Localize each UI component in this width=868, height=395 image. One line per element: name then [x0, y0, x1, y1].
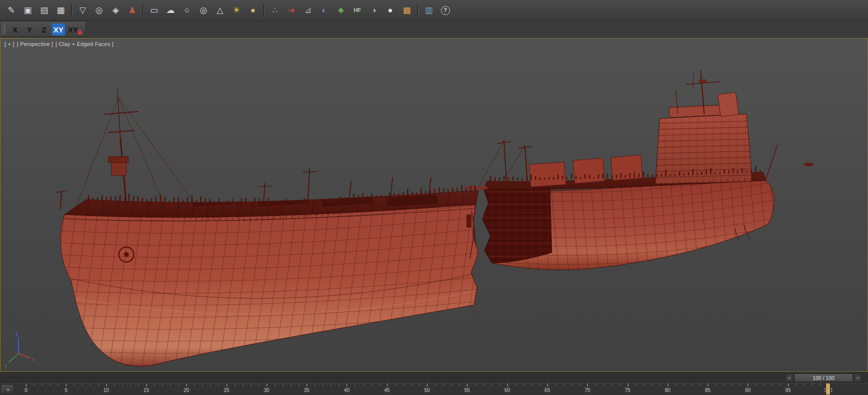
- toolbar-button-protractor[interactable]: ⊿: [300, 2, 316, 18]
- frame-label: 25: [224, 388, 229, 393]
- frame-tick: [796, 384, 797, 385]
- frame-tick: [644, 384, 644, 385]
- frame-tick: [700, 384, 700, 385]
- toolbar-button-light-sphere[interactable]: ●: [382, 2, 399, 18]
- ship-model-bow-section[interactable]: [40, 88, 496, 372]
- toolbar-button-donut[interactable]: ◎: [195, 2, 212, 18]
- frame-tick: [499, 384, 500, 385]
- viewport-menu-shading[interactable]: [ Clay + Edged Faces ]: [55, 41, 113, 47]
- frame-label: 85: [705, 388, 711, 393]
- sun-icon: ☀: [233, 6, 240, 14]
- frame-tick: [403, 384, 404, 385]
- datasheet-icon: ▦: [56, 6, 64, 14]
- toolbar-button-cloud[interactable]: ☁: [162, 2, 179, 18]
- axis-xy-button[interactable]: XY: [52, 24, 65, 36]
- toolbar-button-dark-sphere[interactable]: ◑: [366, 2, 382, 18]
- sphere-icon: ●: [250, 6, 255, 14]
- viewport[interactable]: [ + ] [ Perspective ] [ Clay + Edged Fac…: [0, 38, 868, 372]
- toolbar-button-freehand[interactable]: ✎: [3, 2, 19, 18]
- earth-icon: ◐: [322, 6, 327, 14]
- toolbar-drag-handle[interactable]: [3, 24, 5, 34]
- schematic-icon: ▥: [425, 6, 433, 14]
- toolbar-button-circle[interactable]: ○: [179, 2, 195, 18]
- frame-tick: [563, 384, 564, 385]
- current-frame-marker[interactable]: [826, 384, 831, 394]
- frame-tick: [307, 384, 307, 386]
- axis-y-button[interactable]: Y: [23, 24, 36, 36]
- application-window: ✎▣▤▦▽◎◈♟▭☁○◎△☀●∴➔⊿◐♣HF◑●▩▥? XYZXY XY [ +…: [0, 0, 868, 395]
- toolbar-button-datasheet[interactable]: ▦: [52, 2, 69, 18]
- frame-label: 55: [464, 388, 470, 393]
- frame-label: 35: [304, 388, 310, 393]
- toolbar-button-schematic[interactable]: ▥: [421, 2, 437, 18]
- frame-tick: [379, 384, 380, 385]
- frame-label: 30: [264, 388, 269, 393]
- viewport-menu-pov[interactable]: [ Perspective ]: [17, 41, 53, 47]
- axis-z-button[interactable]: Z: [37, 24, 50, 36]
- pan-camera-icon: ◈: [112, 6, 119, 14]
- next-frame-icon: >: [857, 376, 859, 380]
- circle-icon: ○: [184, 6, 189, 14]
- frame-tick: [740, 384, 740, 385]
- next-frame-button[interactable]: >: [854, 374, 862, 382]
- frame-tick: [114, 384, 115, 385]
- frame-label: 65: [544, 388, 550, 393]
- track-bar[interactable]: ≈ 05101520253035404550556065707580859095…: [0, 383, 868, 394]
- deck-cargo-block: [573, 158, 605, 184]
- frame-tick: [451, 384, 451, 385]
- toolbar-button-walkthrough[interactable]: ♟: [124, 2, 140, 18]
- toolbar-button-spacewarp[interactable]: ➔: [283, 2, 300, 18]
- time-slider[interactable]: < 100 / 100 >: [0, 372, 868, 383]
- toolbar-button-filter[interactable]: ▽: [74, 2, 91, 18]
- toolbar-button-notes[interactable]: ▤: [36, 2, 52, 18]
- frame-tick: [515, 384, 516, 385]
- frame-tick: [98, 384, 99, 385]
- axis-x-label: x: [32, 356, 34, 362]
- frame-label: 10: [103, 388, 109, 393]
- ship-model-stern-section[interactable]: [465, 70, 790, 282]
- viewport-canvas[interactable]: zyx: [0, 38, 868, 372]
- toolbar-button-bitmap[interactable]: ▣: [19, 2, 36, 18]
- frame-tick: [243, 384, 243, 385]
- toolbar-button-sun[interactable]: ☀: [228, 2, 245, 18]
- toolbar-separator: [142, 4, 144, 17]
- viewport-menu-general[interactable]: [ + ]: [4, 41, 14, 47]
- toolbar-button-pan-camera[interactable]: ◈: [107, 2, 124, 18]
- axis-x-button[interactable]: X: [8, 24, 21, 36]
- lock-icon: [78, 32, 82, 34]
- time-slider-handle[interactable]: 100 / 100: [794, 374, 853, 382]
- toolbar-button-dolly-camera[interactable]: ◎: [91, 2, 107, 18]
- frame-tick: [387, 384, 388, 386]
- previous-frame-button[interactable]: <: [785, 374, 794, 382]
- frame-tick: [459, 384, 459, 385]
- toolbar-button-hf[interactable]: HF: [349, 2, 366, 18]
- frame-tick: [603, 384, 604, 385]
- toolbar-button-sphere[interactable]: ●: [245, 2, 261, 18]
- frame-label: 90: [745, 388, 751, 393]
- frame-tick: [162, 384, 163, 385]
- frame-label: 95: [785, 388, 791, 393]
- toolbar-button-earth[interactable]: ◐: [316, 2, 333, 18]
- time-slider-track[interactable]: [2, 378, 783, 379]
- distant-boat[interactable]: [804, 163, 814, 166]
- toolbar-button-scatter[interactable]: ∴: [267, 2, 283, 18]
- viewport-label: [ + ] [ Perspective ] [ Clay + Edged Fac…: [4, 41, 113, 47]
- frame-label: 75: [625, 388, 630, 393]
- toolbar-button-palette[interactable]: ▩: [399, 2, 415, 18]
- toolbar-button-cone[interactable]: △: [212, 2, 228, 18]
- frame-tick: [74, 384, 74, 385]
- frame-tick: [291, 384, 291, 385]
- toolbar-button-rectangle[interactable]: ▭: [146, 2, 162, 18]
- frame-tick: [427, 384, 428, 386]
- axis-xy-lock-button[interactable]: XY: [66, 24, 82, 36]
- donut-icon: ◎: [200, 6, 207, 14]
- mini-curve-editor-button[interactable]: ≈: [2, 385, 14, 394]
- frame-tick: [299, 384, 299, 385]
- frame-tick: [571, 384, 572, 385]
- frame-tick: [210, 384, 211, 385]
- toolbar-button-help[interactable]: ?: [437, 2, 453, 18]
- toolbar-button-foliage[interactable]: ♣: [333, 2, 349, 18]
- bitmap-icon: ▣: [23, 6, 31, 14]
- axis-toolbar-row: XYZXY XY: [0, 21, 868, 38]
- frame-tick: [331, 384, 331, 385]
